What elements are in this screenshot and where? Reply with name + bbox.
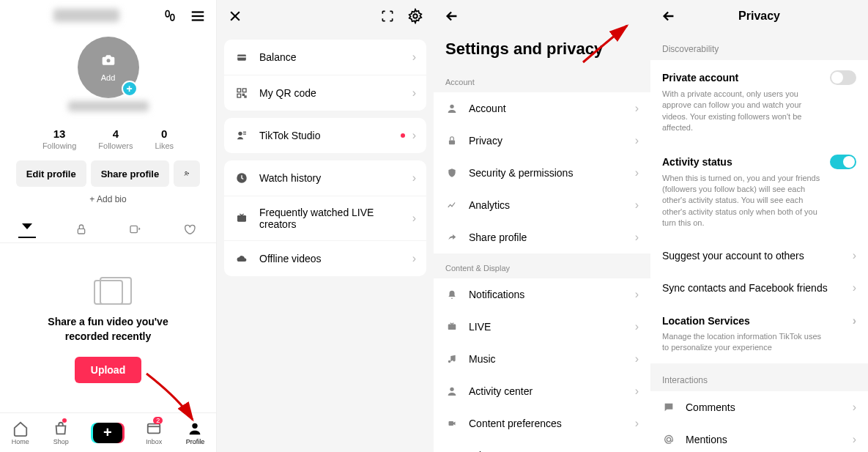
menu-balance[interactable]: Balance›: [224, 40, 426, 75]
svg-point-12: [193, 423, 198, 429]
svg-point-33: [667, 438, 670, 442]
menu-studio[interactable]: TikTok Studio›: [224, 118, 426, 153]
clock-icon: [234, 171, 249, 185]
privacy-suggest-account[interactable]: Suggest your account to others›: [662, 240, 856, 272]
shop-icon: [52, 420, 70, 437]
settings-live[interactable]: LIVE›: [434, 311, 650, 343]
tab-videos[interactable]: [18, 221, 36, 238]
profile-icon: [186, 420, 204, 437]
share-profile-button[interactable]: Share profile: [91, 160, 169, 187]
privacy-sync-contacts[interactable]: Sync contacts and Facebook friends›: [662, 272, 856, 304]
settings-privacy[interactable]: Privacy›: [434, 125, 650, 157]
nav-home[interactable]: Home: [12, 420, 29, 445]
privacy-mentions[interactable]: Mentions›: [650, 423, 868, 452]
nav-shop[interactable]: Shop: [52, 420, 70, 445]
settings-ads[interactable]: Ads›: [434, 440, 650, 452]
chevron-right-icon: ›: [853, 314, 856, 327]
empty-media-icon: [94, 280, 123, 305]
activity-status-toggle[interactable]: [830, 155, 856, 169]
profile-panel: Add + 13Following 4Followers 0Likes Edit…: [0, 0, 217, 452]
at-icon: [662, 433, 675, 446]
nav-profile[interactable]: Profile: [186, 420, 205, 445]
svg-point-15: [413, 14, 418, 18]
stat-following[interactable]: 13Following: [42, 127, 76, 150]
chart-icon: [445, 199, 459, 212]
svg-rect-27: [237, 215, 246, 222]
cloud-icon: [234, 251, 249, 266]
chevron-right-icon: ›: [635, 288, 639, 301]
profile-header: [0, 0, 216, 32]
wallet-icon: [234, 50, 249, 64]
settings-activity-center[interactable]: Activity center›: [434, 375, 650, 407]
menu-qr[interactable]: My QR code›: [224, 75, 426, 111]
empty-state: Share a fun video you've recorded recent…: [0, 243, 216, 412]
avatar[interactable]: Add +: [78, 37, 139, 98]
svg-rect-22: [245, 96, 246, 97]
tab-locked[interactable]: [73, 221, 90, 238]
lock-icon: [445, 134, 459, 147]
activity-icon: [445, 385, 459, 398]
stat-followers[interactable]: 4Followers: [98, 127, 133, 150]
upload-button[interactable]: Upload: [75, 357, 141, 383]
tab-liked[interactable]: [180, 221, 198, 238]
footprints-icon[interactable]: [162, 8, 178, 24]
svg-rect-11: [148, 424, 160, 434]
svg-point-1: [171, 15, 174, 21]
chevron-right-icon: ›: [412, 212, 416, 225]
stat-likes[interactable]: 0Likes: [155, 127, 174, 150]
bell-icon: [445, 288, 459, 301]
settings-share-profile[interactable]: Share profile›: [434, 221, 650, 253]
nav-inbox[interactable]: 2Inbox: [145, 420, 163, 445]
chevron-right-icon: ›: [635, 449, 639, 452]
svg-rect-29: [449, 140, 455, 144]
chevron-right-icon: ›: [635, 231, 639, 244]
add-plus-badge[interactable]: +: [122, 81, 138, 97]
back-icon[interactable]: [661, 8, 677, 24]
privacy-location[interactable]: Location Services› Manage the location i…: [662, 304, 856, 364]
scan-icon[interactable]: [379, 8, 396, 24]
private-account-toggle[interactable]: [830, 70, 856, 85]
settings-icon[interactable]: [407, 8, 423, 24]
section-interactions: Interactions: [650, 363, 868, 391]
settings-notifications[interactable]: Notifications›: [434, 278, 650, 311]
home-icon: [12, 420, 29, 437]
svg-rect-10: [130, 226, 137, 232]
settings-account[interactable]: Account›: [434, 92, 650, 125]
settings-analytics[interactable]: Analytics›: [434, 189, 650, 221]
studio-icon: [234, 128, 249, 143]
nav-create[interactable]: +: [93, 423, 122, 443]
chevron-right-icon: ›: [412, 171, 416, 185]
avatar-add-label: Add: [101, 73, 116, 82]
settings-content-prefs[interactable]: Content preferences›: [434, 407, 650, 440]
settings-panel: Settings and privacy Account Account› Pr…: [434, 0, 650, 452]
settings-security[interactable]: Security & permissions›: [434, 157, 650, 189]
privacy-comments[interactable]: Comments›: [650, 391, 868, 423]
tab-reposts[interactable]: [126, 221, 144, 238]
live-icon: [234, 211, 249, 226]
menu-icon[interactable]: [190, 8, 206, 24]
profile-tabs: [0, 216, 216, 243]
settings-music[interactable]: Music›: [434, 343, 650, 375]
svg-rect-21: [242, 94, 244, 95]
menu-offline[interactable]: Offline videos›: [224, 240, 426, 276]
menu-panel: Balance› My QR code› TikTok Studio› Watc…: [217, 0, 434, 452]
close-icon[interactable]: [227, 8, 243, 24]
privacy-private-account: Private account With a private account, …: [662, 60, 856, 144]
chevron-right-icon: ›: [853, 401, 856, 414]
account-list: Account› Privacy› Security & permissions…: [434, 92, 650, 253]
svg-rect-17: [237, 56, 246, 58]
chevron-right-icon: ›: [635, 320, 639, 333]
menu-card-3: Watch history› Frequently watched LIVE c…: [224, 160, 426, 276]
person-icon: [445, 102, 459, 115]
add-bio-button[interactable]: + Add bio: [0, 194, 216, 204]
chevron-right-icon: ›: [412, 86, 416, 100]
chevron-right-icon: ›: [853, 249, 856, 262]
add-friend-button[interactable]: [174, 160, 200, 187]
chevron-right-icon: ›: [853, 433, 856, 446]
menu-watch-history[interactable]: Watch history›: [224, 160, 426, 196]
chevron-right-icon: ›: [412, 51, 416, 64]
edit-profile-button[interactable]: Edit profile: [16, 160, 86, 187]
svg-point-28: [450, 105, 453, 108]
menu-live-creators[interactable]: Frequently watched LIVE creators›: [224, 196, 426, 240]
back-icon[interactable]: [444, 8, 460, 24]
